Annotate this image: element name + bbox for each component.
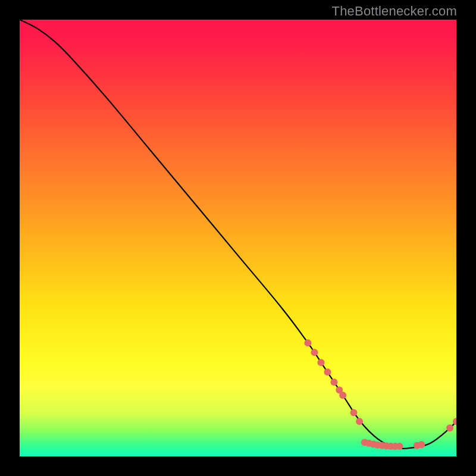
curve-line	[20, 20, 456, 449]
data-marker	[324, 368, 331, 375]
data-marker	[356, 418, 363, 425]
data-marker	[304, 339, 311, 346]
marker-group	[304, 339, 456, 450]
data-marker	[311, 349, 318, 356]
data-marker	[396, 443, 403, 450]
data-marker	[418, 441, 425, 448]
data-marker	[446, 424, 453, 431]
chart-stage: TheBottlenecker.com	[0, 0, 476, 476]
data-marker	[317, 359, 324, 366]
data-marker	[330, 378, 337, 386]
data-marker	[339, 392, 346, 399]
attribution-link[interactable]: TheBottlenecker.com	[332, 4, 457, 19]
plot-area	[20, 20, 456, 456]
chart-svg-layer	[20, 20, 456, 456]
data-marker	[350, 409, 358, 416]
